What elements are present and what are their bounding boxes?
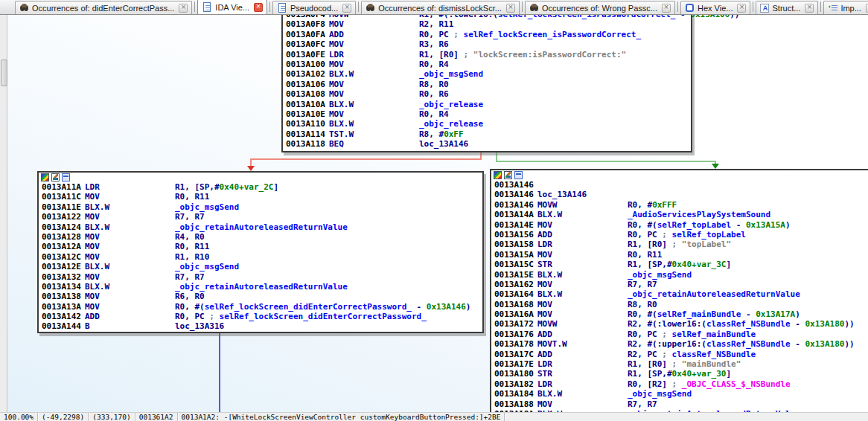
- disasm-address: 0013A15E: [494, 270, 537, 280]
- tab-close-icon[interactable]: [805, 4, 814, 13]
- disasm-line[interactable]: 0013A16AMOVR0, #(selRef_mainBundle - 0x1…: [491, 309, 868, 319]
- disasm-line[interactable]: 0013A118BEQloc_13A146: [283, 139, 691, 149]
- disasm-line[interactable]: 0013A10EMOVR0, R4: [283, 109, 691, 119]
- disasm-line[interactable]: 0013A164BLX.W_objc_retainAutoreleasedRet…: [491, 289, 868, 299]
- disasm-line[interactable]: 0013A124BLX.W_objc_retainAutoreleasedRet…: [39, 222, 482, 232]
- disasm-line[interactable]: 0013A15CSTRR1, [SP,#0x40+var_3C]: [491, 260, 868, 269]
- disasm-operand: R0, PC: [175, 312, 209, 321]
- basic-block-0013A0F8[interactable]: 0013A0F4MOVWR1, #(:lower16:(selRef_lockS…: [281, 15, 692, 152]
- tab-close-icon[interactable]: [506, 4, 515, 13]
- node-color-swatch-icon[interactable]: [41, 173, 49, 181]
- disasm-line[interactable]: 0013A12AMOVR0, R11: [39, 242, 482, 251]
- node-color-swatch-icon[interactable]: [494, 171, 502, 179]
- tab-struct[interactable]: Struct...: [756, 1, 818, 14]
- disasm-mnemonic: MOV: [85, 292, 175, 301]
- disasm-operand: -: [731, 220, 746, 230]
- disasm-line[interactable]: 0013A184BLX.W_objc_msgSend: [491, 389, 868, 399]
- disasm-line[interactable]: 0013A122MOVR7, R7: [39, 212, 482, 222]
- tab-ida-vie[interactable]: IDA Vie...: [197, 0, 267, 14]
- basic-block-0013A11A[interactable]: 0013A11ALDRR1, [SP,#0x40+var_2C]0013A11C…: [37, 171, 484, 333]
- tab-occurrences-of-wrong-passc[interactable]: Occurrences of: Wrong Passc...: [525, 1, 675, 14]
- disasm-address: 0013A13A: [42, 302, 85, 312]
- disasm-operand: R7, R7: [628, 399, 657, 409]
- disasm-line[interactable]: 0013A176ADDR0, PC ; selRef_mainBundle: [491, 330, 868, 339]
- disasm-line[interactable]: 0013A14EMOVR0, #(selRef_topLabel - 0x13A…: [491, 220, 868, 230]
- disasm-line[interactable]: 0013A0FAADDR0, PC ; selRef_lockScreen_is…: [283, 30, 691, 39]
- disasm-line[interactable]: 0013A17CADDR2, PC ; classRef_NSBundle: [491, 350, 868, 359]
- disasm-operand: loc_13A316: [175, 321, 224, 331]
- disasm-line[interactable]: 0013A182LDRR0, [R2] ; _OBJC_CLASS_$_NSBu…: [491, 379, 868, 389]
- basic-block-0013A146[interactable]: 0013A1460013A146loc_13A1460013A146MOVWR0…: [490, 169, 868, 412]
- tab-close-icon[interactable]: [342, 4, 351, 13]
- node-paint-icon[interactable]: [504, 171, 512, 179]
- disasm-line[interactable]: 0013A146: [491, 180, 868, 190]
- disasm-line[interactable]: 0013A114TST.WR8, #0xFF: [283, 129, 691, 139]
- disasm-line[interactable]: 0013A12CMOVR1, R10: [39, 252, 482, 262]
- disasm-line[interactable]: 0013A168MOVR8, R0: [491, 300, 868, 309]
- node-frame-icon[interactable]: [62, 173, 70, 181]
- disasm-operand: R7, R7: [628, 280, 657, 289]
- disasm-line[interactable]: 0013A0FCMOVR3, R6: [283, 39, 691, 49]
- disasm-line[interactable]: 0013A172MOVWR2, #(:lower16:(classRef_NSB…: [491, 319, 868, 329]
- node-frame-icon[interactable]: [514, 171, 523, 179]
- disasm-address: 0013A180: [494, 369, 537, 379]
- disasm-line[interactable]: 0013A15AMOVR0, R11: [491, 250, 868, 260]
- disasm-line[interactable]: 0013A106MOVR8, R0: [283, 80, 691, 89]
- left-scrollbar-thumb[interactable]: [1, 60, 7, 86]
- disasm-line[interactable]: 0013A15EBLX.W_objc_msgSend: [491, 270, 868, 280]
- disasm-line[interactable]: 0013A142ADDR0, PC ; selRef_lockScreen_di…: [39, 312, 482, 321]
- disasm-address: 0013A11A: [42, 182, 85, 192]
- disasm-line[interactable]: 0013A158LDRR1, [R0] ; "topLabel": [491, 240, 868, 249]
- disasm-line[interactable]: 0013A12EBLX.W_objc_msgSend: [39, 262, 482, 271]
- disasm-line[interactable]: 0013A17ELDRR1, [R0] ; "mainBundle": [491, 359, 868, 369]
- disasm-line[interactable]: 0013A188MOVR7, R7: [491, 399, 868, 409]
- disasm-line[interactable]: 0013A132MOVR7, R7: [39, 272, 482, 282]
- disasm-line[interactable]: 0013A156ADDR0, PC ; selRef_topLabel: [491, 230, 868, 240]
- tab-occurrences-of-dismisslockscr[interactable]: Occurrences of: dismissLockScr...: [361, 1, 520, 14]
- disasm-line[interactable]: 0013A108MOVR0, R6: [283, 89, 691, 99]
- disasm-operand: ]: [273, 182, 278, 192]
- disasm-line[interactable]: 0013A11EBLX.W_objc_msgSend: [39, 202, 482, 212]
- disasm-operand: R8, R0: [628, 300, 657, 309]
- graph-canvas[interactable]: 0013A0F4MOVWR1, #(:lower16:(selRef_lockS…: [7, 15, 868, 412]
- disasm-line[interactable]: 0013A146MOVWR0, #0xFFF: [491, 200, 868, 210]
- disasm-operand: 0x40+var_30: [672, 369, 727, 379]
- disasm-line[interactable]: 0013A134BLX.W_objc_retainAutoreleasedRet…: [39, 282, 482, 292]
- edge-true-branch-h: [496, 161, 716, 162]
- tab-pseudocod[interactable]: Pseudocod...: [272, 1, 356, 14]
- disasm-line[interactable]: 0013A100MOVR0, R4: [283, 60, 691, 69]
- disasm-line[interactable]: 0013A13AMOVR0, #(selRef_lockScreen_didEn…: [39, 302, 482, 312]
- tab-close-icon[interactable]: [254, 3, 263, 12]
- tab-close-icon[interactable]: [737, 4, 746, 13]
- disasm-mnemonic: LDR: [85, 182, 175, 192]
- tab-close-icon[interactable]: [179, 4, 188, 13]
- left-scrollbar[interactable]: [0, 15, 7, 412]
- disasm-operand: _objc_msgSend: [175, 202, 239, 212]
- disasm-mnemonic: BEQ: [329, 139, 419, 149]
- tab-hex-vie[interactable]: Hex Vie...: [680, 1, 751, 14]
- node-paint-icon[interactable]: [51, 173, 60, 181]
- disasm-line[interactable]: 0013A102BLX.W_objc_msgSend: [283, 69, 691, 79]
- disasm-line[interactable]: 0013A128MOVR4, R0: [39, 232, 482, 242]
- disasm-operand: -: [791, 319, 805, 329]
- disasm-line[interactable]: 0013A138MOVR6, R0: [39, 292, 482, 301]
- disasm-line[interactable]: 0013A11ALDRR1, [SP,#0x40+var_2C]: [39, 182, 482, 192]
- disasm-line[interactable]: 0013A146loc_13A146: [491, 190, 868, 199]
- disasm-line[interactable]: 0013A178MOVT.WR2, #(:upper16:(classRef_N…: [491, 339, 868, 349]
- tab-close-icon[interactable]: [662, 4, 671, 13]
- disasm-line[interactable]: 0013A110BLX.W_objc_release: [283, 119, 691, 129]
- disasm-line[interactable]: 0013A0F8MOVR2, R11: [283, 19, 691, 29]
- disasm-line[interactable]: 0013A162MOVR7, R7: [491, 280, 868, 289]
- disasm-operand: ;: [662, 350, 671, 359]
- disasm-line[interactable]: 0013A11CMOVR0, R11: [39, 192, 482, 202]
- tab-label: IDA Vie...: [215, 3, 249, 12]
- disasm-line[interactable]: 0013A0FELDRR1, [R0] ; "lockScreen:isPass…: [283, 50, 691, 60]
- disasm-mnemonic: BLX.W: [85, 222, 175, 232]
- disasm-line[interactable]: 0013A144Bloc_13A316: [39, 321, 482, 331]
- tab-imp[interactable]: Imp...: [823, 1, 868, 14]
- disasm-line[interactable]: 0013A14ABLX.W_AudioServicesPlaySystemSou…: [491, 210, 868, 219]
- tab-occurrences-of-didentercorrectpass[interactable]: Occurrences of: didEnterCorrectPass...: [15, 1, 192, 14]
- disasm-line[interactable]: 0013A10ABLX.W_objc_release: [283, 100, 691, 109]
- disasm-line[interactable]: 0013A180STRR1, [SP,#0x40+var_30]: [491, 369, 868, 379]
- disasm-operand: ;: [453, 30, 463, 39]
